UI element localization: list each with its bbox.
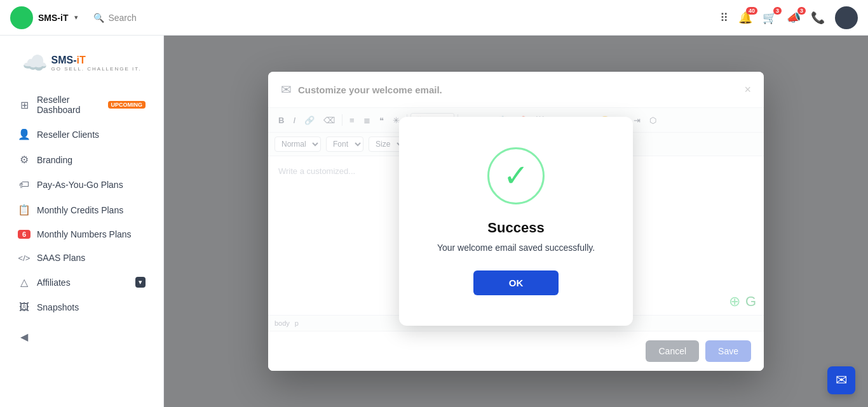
sidebar-item-monthly-credits[interactable]: 📋 Monthly Credits Plans	[5, 197, 158, 222]
monthly-numbers-icon: 6	[18, 230, 31, 239]
sidebar-label-payg: Pay-As-You-Go Plans	[37, 180, 146, 190]
clients-icon: 👤	[18, 128, 31, 140]
logo-sub: GO SELL. CHALLENGE IT.	[51, 66, 142, 72]
cart-badge: 3	[773, 7, 782, 15]
topnav-right: ⠿ 🔔40 🛒3 📣3 📞	[720, 6, 858, 29]
topnav-chevron-icon: ▾	[74, 13, 78, 22]
sidebar-label-saas: SAAS Plans	[37, 253, 146, 263]
logo-cloud-icon: ☁️	[22, 51, 48, 75]
topnav-search[interactable]: 🔍 Search	[93, 13, 136, 23]
chat-icon: ✉	[836, 372, 847, 389]
notification-badge: 40	[746, 7, 757, 15]
success-title: Success	[437, 220, 595, 236]
sidebar-item-reseller-dashboard[interactable]: ⊞ Reseller Dashboard UPCOMING	[5, 88, 158, 121]
saas-icon: </>	[18, 253, 31, 263]
branding-icon: ⚙	[18, 154, 31, 166]
sidebar-item-branding[interactable]: ⚙ Branding	[5, 147, 158, 172]
success-dialog: ✓ Success Your welcome email saved succe…	[399, 117, 633, 326]
dashboard-icon: ⊞	[18, 99, 31, 111]
grid-icon-button[interactable]: ⠿	[720, 11, 728, 25]
topnav-brand: SMS-iT	[38, 13, 68, 23]
collapse-icon: ◀	[18, 331, 31, 343]
affiliates-expand-icon: ▾	[135, 277, 146, 288]
main-content: ✉ Customize your welcome email. × B I 🔗 …	[164, 36, 868, 407]
topnav-avatar	[10, 6, 33, 29]
chat-float-button[interactable]: ✉	[827, 366, 855, 394]
monthly-credits-icon: 📋	[18, 204, 31, 216]
success-message: Your welcome email saved successfully.	[437, 243, 595, 253]
sidebar-item-saas-plans[interactable]: </> SAAS Plans	[5, 246, 158, 269]
sidebar-label-snapshots: Snapshots	[37, 302, 146, 312]
payg-icon: 🏷	[18, 179, 31, 190]
sidebar-logo: ☁️ SMS-iT GO SELL. CHALLENGE IT.	[0, 43, 163, 88]
topnav: SMS-iT ▾ 🔍 Search ⠿ 🔔40 🛒3 📣3 📞	[0, 0, 868, 36]
sidebar-item-monthly-numbers[interactable]: 6 Monthly Numbers Plans	[5, 223, 158, 246]
sidebar-label-monthly-credits: Monthly Credits Plans	[37, 205, 146, 215]
ok-button[interactable]: OK	[473, 270, 559, 295]
search-label: Search	[108, 13, 136, 23]
sidebar-label-reseller-clients: Reseller Clients	[37, 130, 146, 140]
phone-icon-button[interactable]: 📞	[811, 11, 825, 25]
topnav-logo: SMS-iT ▾	[10, 6, 78, 29]
sidebar-item-reseller-clients[interactable]: 👤 Reseller Clients	[5, 122, 158, 147]
sidebar-item-affiliates[interactable]: △ Affiliates ▾	[5, 270, 158, 295]
user-avatar[interactable]	[835, 6, 858, 29]
modal-overlay: ✉ Customize your welcome email. × B I 🔗 …	[164, 36, 868, 407]
logo-text: SMS-iT	[51, 55, 142, 66]
success-icon-circle: ✓	[487, 147, 545, 204]
sidebar: ☁️ SMS-iT GO SELL. CHALLENGE IT. ⊞ Resel…	[0, 36, 164, 407]
megaphone-badge: 3	[797, 7, 806, 15]
sidebar-label-branding: Branding	[37, 155, 146, 165]
sidebar-item-payg-plans[interactable]: 🏷 Pay-As-You-Go Plans	[5, 173, 158, 197]
megaphone-icon-button[interactable]: 📣3	[787, 11, 801, 25]
sidebar-label-monthly-numbers: Monthly Numbers Plans	[37, 229, 146, 239]
checkmark-icon: ✓	[503, 161, 529, 191]
snapshots-icon: 🖼	[18, 302, 31, 313]
sidebar-label-affiliates: Affiliates	[37, 277, 129, 288]
sidebar-item-snapshots[interactable]: 🖼 Snapshots	[5, 295, 158, 319]
search-icon: 🔍	[93, 13, 104, 23]
success-overlay: ✓ Success Your welcome email saved succe…	[268, 72, 764, 371]
upcoming-badge: UPCOMING	[108, 101, 146, 109]
affiliates-icon: △	[18, 276, 31, 288]
notification-bell-button[interactable]: 🔔40	[738, 11, 752, 25]
customize-email-modal: ✉ Customize your welcome email. × B I 🔗 …	[268, 72, 764, 371]
cart-icon-button[interactable]: 🛒3	[763, 11, 776, 25]
sidebar-label-reseller-dashboard: Reseller Dashboard	[37, 95, 102, 115]
sidebar-item-collapse[interactable]: ◀	[5, 324, 158, 349]
